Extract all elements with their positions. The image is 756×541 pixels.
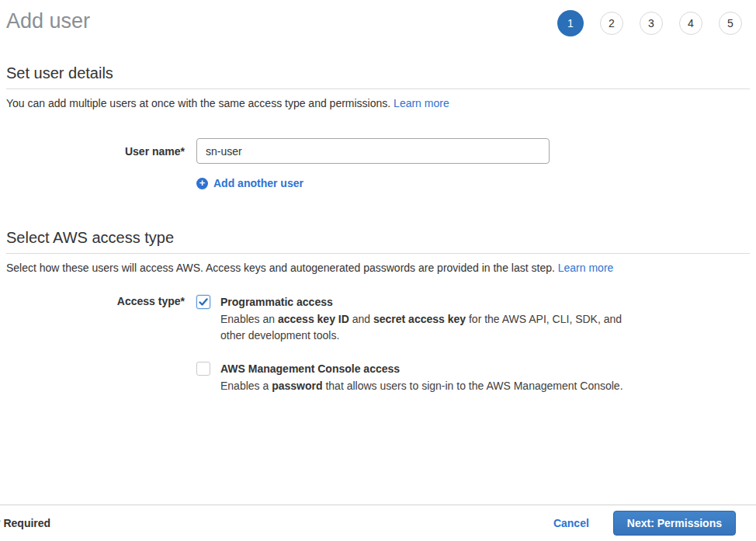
add-another-user-row: + Add another user [196,175,750,189]
user-details-description-text: You can add multiple users at once with … [6,97,390,109]
page-title: Add user [6,9,90,33]
access-type-learn-more-link[interactable]: Learn more [558,262,614,274]
plus-circle-icon: + [196,178,208,189]
page-header: Add user 1 2 3 4 5 [0,0,756,36]
programmatic-access-desc: Enables an access key ID and secret acce… [220,311,626,344]
next-permissions-button[interactable]: Next: Permissions [613,511,736,536]
access-type-label: Access type* [6,295,196,307]
wizard-footer: *Required Cancel Next: Permissions [0,505,756,541]
programmatic-access-title: Programmatic access [220,295,626,309]
access-type-description-text: Select how these users will access AWS. … [6,262,555,274]
programmatic-access-option: Programmatic access Enables an access ke… [196,295,626,344]
desc-bold-text: secret access key [373,313,466,325]
step-5: 5 [719,12,742,35]
set-user-details-heading: Set user details [6,64,750,89]
desc-text: and [349,313,373,325]
select-access-type-section: Select AWS access type Select how these … [6,228,750,394]
desc-text: Enables an [220,313,278,325]
desc-bold-text: access key ID [278,313,349,325]
console-access-title: AWS Management Console access [220,362,626,376]
username-label: User name* [6,145,196,158]
add-another-user-label: Add another user [213,177,303,189]
desc-text: Enables a [220,380,272,392]
required-label: Required [3,517,50,529]
checkmark-icon [199,297,208,307]
console-access-checkbox[interactable] [196,362,210,376]
required-note: *Required [6,517,50,529]
access-type-options: Programmatic access Enables an access ke… [196,295,626,394]
user-details-learn-more-link[interactable]: Learn more [394,97,449,109]
footer-actions: Cancel Next: Permissions [553,511,736,536]
select-access-type-heading: Select AWS access type [6,228,750,254]
set-user-details-section: Set user details You can add multiple us… [6,64,750,189]
user-details-description: You can add multiple users at once with … [6,97,750,110]
cancel-button[interactable]: Cancel [553,517,589,529]
console-access-desc: Enables a password that allows users to … [220,378,626,394]
step-3: 3 [640,12,663,35]
step-1: 1 [557,10,584,36]
step-4: 4 [679,12,702,35]
username-row: User name* [6,138,750,164]
console-access-text: AWS Management Console access Enables a … [220,362,626,394]
username-input[interactable] [196,138,550,164]
access-type-row: Access type* Programmatic access Enables… [6,295,750,394]
wizard-step-indicator: 1 2 3 4 5 [557,10,742,36]
desc-bold-text: password [272,380,322,392]
programmatic-access-checkbox[interactable] [196,295,210,309]
programmatic-access-text: Programmatic access Enables an access ke… [220,295,626,344]
desc-text: that allows users to sign-in to the AWS … [323,380,623,392]
console-access-option: AWS Management Console access Enables a … [196,362,626,394]
access-type-description: Select how these users will access AWS. … [6,262,750,275]
step-2: 2 [600,12,623,35]
add-another-user-link[interactable]: + Add another user [196,177,303,189]
